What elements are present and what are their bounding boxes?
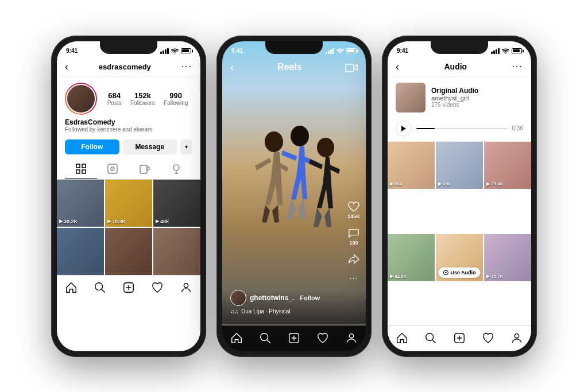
grid-item-5[interactable] xyxy=(153,228,200,275)
stat-following: 990 Following xyxy=(164,91,188,106)
phone-audio: 9:41 ‹ xyxy=(382,36,537,357)
plus-icon xyxy=(122,281,135,294)
tab-reels[interactable] xyxy=(97,159,129,179)
reels-back-button[interactable]: ‹ xyxy=(230,61,234,74)
reels-camera-button[interactable] xyxy=(345,62,358,72)
person-icon-3 xyxy=(510,332,523,344)
nav-plus-1[interactable] xyxy=(115,280,142,295)
audio-back-button[interactable]: ‹ xyxy=(396,61,399,73)
tab-tagged[interactable] xyxy=(161,159,193,179)
nav-person-1[interactable] xyxy=(173,280,199,295)
grid-item-3[interactable] xyxy=(57,228,104,275)
heart-icon-3 xyxy=(482,332,494,344)
audio-info: Original Audio amethyst_girl 275 videos xyxy=(388,77,531,118)
audio-artist: amethyst_girl xyxy=(431,95,523,102)
time-3: 9:41 xyxy=(397,48,408,54)
time-2: 9:41 xyxy=(231,48,243,54)
reel-content xyxy=(222,87,366,288)
audio-page-title: Audio xyxy=(444,62,467,71)
nav-home-2[interactable] xyxy=(223,331,250,346)
nav-person-2[interactable] xyxy=(338,331,365,346)
tab-igtv[interactable] xyxy=(129,159,161,179)
wifi-icon xyxy=(171,48,179,54)
audio-view-count-5: ▶ 15.7K xyxy=(486,274,504,279)
reels-username[interactable]: ghettotwins_. xyxy=(250,294,294,302)
notch-3 xyxy=(431,41,488,54)
time-1: 9:41 xyxy=(66,48,78,54)
nav-plus-3[interactable] xyxy=(446,331,473,346)
follow-button[interactable]: Follow xyxy=(65,139,119,154)
nav-heart-3[interactable] xyxy=(475,331,501,346)
following-count: 990 xyxy=(169,91,182,100)
audio-grid-item-0[interactable]: ▶ 86k xyxy=(388,142,435,189)
posts-label: Posts xyxy=(107,100,122,106)
audio-playbar: 0:36 xyxy=(388,118,531,142)
view-count-1: ▶ 79.3K xyxy=(107,219,126,224)
svg-point-16 xyxy=(317,138,334,157)
grid-item-2[interactable]: ▶ 48k xyxy=(153,180,200,227)
use-audio-label: Use Audio xyxy=(450,270,475,275)
nav-heart-2[interactable] xyxy=(310,331,336,346)
svg-point-17 xyxy=(261,333,268,340)
nav-plus-2[interactable] xyxy=(281,331,307,346)
grid-item-0[interactable]: ▶ 30.2K xyxy=(57,180,104,227)
profile-actions: Follow Message ▾ xyxy=(57,136,200,159)
svg-rect-3 xyxy=(82,170,86,173)
svg-point-12 xyxy=(184,283,188,287)
audio-view-count-3: ▶ 82.6K xyxy=(390,274,407,279)
nav-search-1[interactable] xyxy=(87,280,113,295)
reel-action-more[interactable]: ··· xyxy=(347,273,360,282)
avatar-ring xyxy=(65,83,97,115)
nav-heart-1[interactable] xyxy=(144,280,171,295)
nav-home-3[interactable] xyxy=(389,331,415,346)
signal-icon-2 xyxy=(326,48,334,54)
stat-posts: 684 Posts xyxy=(107,91,122,106)
status-icons-3 xyxy=(491,48,522,54)
avatar xyxy=(66,84,96,114)
svg-rect-0 xyxy=(76,164,80,168)
reel-action-comment[interactable]: 190 xyxy=(347,227,360,246)
thumb-4 xyxy=(105,228,152,275)
dancers-svg xyxy=(237,96,351,280)
reel-more-icon: ··· xyxy=(347,273,360,282)
audio-progress-bar[interactable] xyxy=(416,128,508,129)
message-button[interactable]: Message xyxy=(123,139,177,154)
profile-nav: ‹ esdrascomedy ··· xyxy=(57,57,200,77)
nav-search-3[interactable] xyxy=(417,331,444,346)
more-button[interactable]: ▾ xyxy=(180,139,192,154)
search-icon-2 xyxy=(259,332,272,344)
audio-grid-item-3[interactable]: ▶ 82.6K xyxy=(388,234,435,281)
audio-grid-item-1[interactable]: ▶ 65k xyxy=(436,142,483,189)
stats-row: 684 Posts 152k Followers 990 Following xyxy=(103,91,192,106)
reels-avatar xyxy=(230,290,246,306)
audio-play-button[interactable] xyxy=(396,121,412,137)
bottom-nav-3 xyxy=(388,325,531,351)
audio-btn-icon xyxy=(443,270,448,275)
nav-search-2[interactable] xyxy=(252,331,278,346)
home-icon-3 xyxy=(396,332,408,344)
profile-username: esdrascomedy xyxy=(99,63,151,71)
tab-grid[interactable] xyxy=(65,159,97,179)
reels-follow-button[interactable]: Follow xyxy=(300,294,320,301)
person-icon-2 xyxy=(345,332,358,344)
audio-grid-item-5[interactable]: ▶ 15.7K xyxy=(484,234,531,281)
reel-share-icon xyxy=(347,254,360,265)
profile-stats-row: 684 Posts 152k Followers 990 Following xyxy=(57,77,200,118)
reel-action-like[interactable]: 145K xyxy=(347,201,360,219)
grid-item-4[interactable] xyxy=(105,228,152,275)
audio-grid-item-2[interactable]: ▶ 75.4K xyxy=(484,142,531,189)
grid-item-1[interactable]: ▶ 79.3K xyxy=(105,180,152,227)
back-button[interactable]: ‹ xyxy=(65,61,68,73)
nav-person-3[interactable] xyxy=(504,331,530,346)
thumb-2: ▶ 48k xyxy=(153,180,200,227)
bio-followed-by: Followed by kenzoere and eloears xyxy=(65,126,192,133)
reel-action-share[interactable] xyxy=(347,254,360,265)
use-audio-button[interactable]: Use Audio xyxy=(438,267,480,278)
svg-point-19 xyxy=(349,333,353,337)
audio-more-button[interactable]: ··· xyxy=(512,61,523,72)
more-options-button[interactable]: ··· xyxy=(181,61,192,72)
thumb-1: ▶ 79.3K xyxy=(105,180,152,227)
audio-grid-item-4[interactable]: Use Audio xyxy=(436,234,483,281)
photo-grid: ▶ 30.2K ▶ 79.3K xyxy=(57,180,200,275)
nav-home-1[interactable] xyxy=(58,280,84,295)
